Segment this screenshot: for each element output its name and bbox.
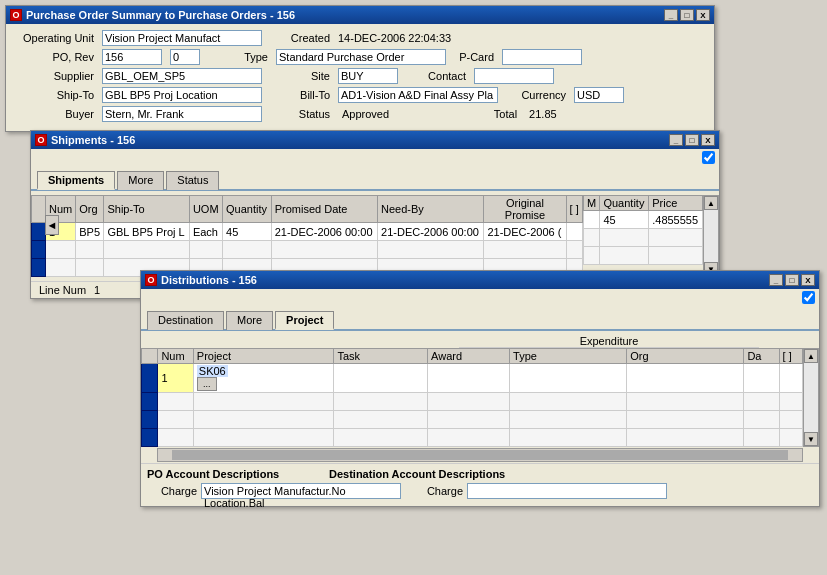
account-row: PO Account Descriptions Destination Acco… (147, 468, 813, 480)
right-quantity-1[interactable]: 45 (600, 211, 649, 229)
po-rev-input[interactable]: 156 (102, 49, 162, 65)
dest-charge-label: Charge (413, 485, 463, 497)
empty-num-2[interactable] (46, 241, 76, 259)
distributions-title: Distributions - 156 (161, 274, 257, 286)
dist-da-1[interactable] (744, 364, 779, 393)
tab-destination[interactable]: Destination (147, 311, 224, 330)
row-org-1[interactable]: BP5 (76, 223, 104, 241)
shipments-scrollbar[interactable]: ▲ ▼ (703, 195, 719, 277)
currency-input[interactable]: USD (574, 87, 624, 103)
status-label: Status (270, 108, 330, 120)
right-empty-2 (584, 229, 703, 247)
tab-shipments[interactable]: Shipments (37, 171, 115, 190)
row-original-promise-1[interactable]: 21-DEC-2006 ( (484, 223, 566, 241)
main-window-title: Purchase Order Summary to Purchase Order… (26, 9, 295, 21)
operating-unit-row: Operating Unit Vision Project Manufact C… (14, 30, 706, 46)
hscroll-thumb[interactable] (172, 450, 788, 460)
distributions-titlebar: O Distributions - 156 _ □ X (141, 271, 819, 289)
buyer-input[interactable]: Stern, Mr. Frank (102, 106, 262, 122)
charge-label: Charge (147, 485, 197, 497)
th-quantity: Quantity (223, 196, 272, 223)
minimize-button[interactable]: _ (664, 9, 678, 21)
dist-th-da: Da (744, 349, 779, 364)
row-promised-date-1[interactable]: 21-DEC-2006 00:00 (271, 223, 377, 241)
po-account-label: PO Account Descriptions (147, 468, 317, 480)
th-ship-to: Ship-To (104, 196, 189, 223)
supplier-input[interactable]: GBL_OEM_SP5 (102, 68, 262, 84)
shipments-maximize[interactable]: □ (685, 134, 699, 146)
tab-status[interactable]: Status (166, 171, 219, 190)
empty-selector-2 (32, 241, 46, 259)
shipments-checkbox-area (31, 149, 719, 166)
dist-project-1[interactable]: SK06 ... (193, 364, 334, 393)
shipments-row-1: 1 BP5 GBL BP5 Proj L Each 45 21-DEC-2006… (32, 223, 583, 241)
distributions-window: O Distributions - 156 _ □ X Destination … (140, 270, 820, 507)
operating-unit-input[interactable]: Vision Project Manufact (102, 30, 262, 46)
tab-dist-more[interactable]: More (226, 311, 273, 330)
dist-type-1[interactable] (510, 364, 627, 393)
th-m: M (584, 196, 600, 211)
dist-minimize[interactable]: _ (769, 274, 783, 286)
shipments-close[interactable]: X (701, 134, 715, 146)
bill-to-input[interactable]: AD1-Vision A&D Final Assy Pla (338, 87, 498, 103)
main-window: O Purchase Order Summary to Purchase Ord… (5, 5, 715, 132)
charge-input[interactable]: Vision Project Manufactur.No Location.Ba… (201, 483, 401, 499)
dist-award-1[interactable] (428, 364, 510, 393)
dist-header-row: Num Project Task Award Type Org Da [ ] (142, 349, 803, 364)
row-uom-1[interactable]: Each (189, 223, 222, 241)
project-value[interactable]: SK06 (197, 365, 228, 377)
horizontal-scrollbar[interactable] (157, 448, 803, 462)
row-quantity-1[interactable]: 45 (223, 223, 272, 241)
dist-checkbox[interactable] (802, 291, 815, 304)
th-original-promise: OriginalPromise (484, 196, 566, 223)
account-section: PO Account Descriptions Destination Acco… (141, 463, 819, 506)
line-num-value: 1 (94, 284, 100, 296)
total-value: 21.85 (529, 108, 557, 120)
dist-num-1[interactable]: 1 (158, 364, 193, 393)
dist-close[interactable]: X (801, 274, 815, 286)
row-selector-1 (32, 223, 46, 241)
nav-left-button[interactable]: ◄ (45, 215, 59, 235)
shipments-checkbox[interactable] (702, 151, 715, 164)
th-bracket: [ ] (566, 196, 582, 223)
tab-project[interactable]: Project (275, 311, 334, 330)
dist-maximize[interactable]: □ (785, 274, 799, 286)
right-row-1: 45 .4855555 (584, 211, 703, 229)
row-ship-to-1[interactable]: GBL BP5 Proj L (104, 223, 189, 241)
project-ellipsis[interactable]: ... (197, 377, 217, 391)
dist-scroll-up[interactable]: ▲ (804, 349, 818, 363)
maximize-button[interactable]: □ (680, 9, 694, 21)
dist-tab-bar: Destination More Project (141, 306, 819, 331)
dist-scroll-down[interactable]: ▼ (804, 432, 818, 446)
dist-th-selector (142, 349, 158, 364)
pcard-label: P-Card (454, 51, 494, 63)
row-need-by-1[interactable]: 21-DEC-2006 00:00 (378, 223, 484, 241)
destination-account-label: Destination Account Descriptions (329, 468, 505, 480)
dest-charge-input[interactable] (467, 483, 667, 499)
bill-to-label: Bill-To (270, 89, 330, 101)
type-input[interactable]: Standard Purchase Order (276, 49, 446, 65)
created-label: Created (270, 32, 330, 44)
buyer-label: Buyer (14, 108, 94, 120)
shipments-minimize[interactable]: _ (669, 134, 683, 146)
scroll-up-button[interactable]: ▲ (704, 196, 718, 210)
shipments-right-table: M Quantity Price 45 .4855555 (583, 195, 703, 265)
dist-row-1: 1 SK06 ... (142, 364, 803, 393)
ship-to-input[interactable]: GBL BP5 Proj Location (102, 87, 262, 103)
po-rev-num-input[interactable]: 0 (170, 49, 200, 65)
right-price-1[interactable]: .4855555 (649, 211, 703, 229)
po-rev-label: PO, Rev (14, 51, 94, 63)
shipments-tab-bar: Shipments More Status (31, 166, 719, 191)
close-button[interactable]: X (696, 9, 710, 21)
pcard-input[interactable] (502, 49, 582, 65)
dist-bracket-1 (779, 364, 802, 393)
tab-more[interactable]: More (117, 171, 164, 190)
dist-empty-4 (142, 429, 803, 447)
dist-org-1[interactable] (627, 364, 744, 393)
shipments-icon: O (35, 134, 47, 146)
dist-task-1[interactable] (334, 364, 428, 393)
dist-scrollbar[interactable]: ▲ ▼ (803, 348, 819, 447)
contact-input[interactable] (474, 68, 554, 84)
site-input[interactable]: BUY (338, 68, 398, 84)
scroll-track (704, 210, 718, 262)
